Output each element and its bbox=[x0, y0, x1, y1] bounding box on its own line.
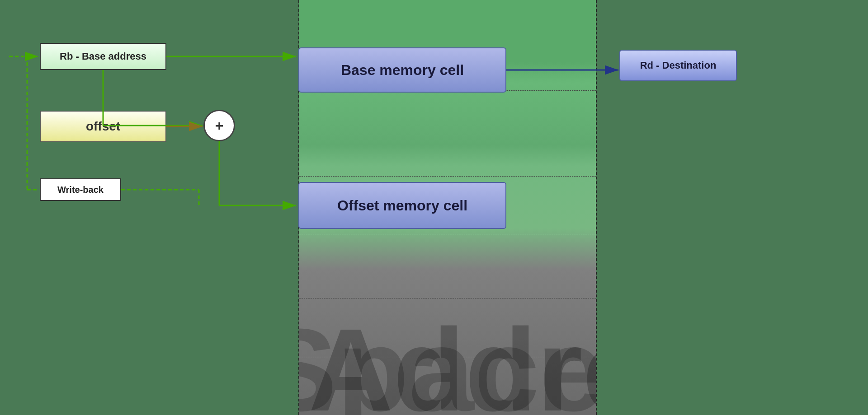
diagram-container: Rb - Base address offset Write-back + Ad… bbox=[0, 0, 868, 415]
rd-label: Rd - Destination bbox=[640, 60, 717, 71]
base-memory-cell-label: Base memory cell bbox=[341, 62, 464, 79]
watermark-space-text: Space bbox=[298, 311, 597, 415]
memory-row-divider-2 bbox=[299, 176, 596, 177]
memory-row-divider-5 bbox=[299, 357, 596, 357]
memory-row-divider-3 bbox=[299, 235, 596, 235]
plus-symbol: + bbox=[215, 117, 224, 134]
rb-label: Rb - Base address bbox=[60, 51, 146, 62]
offset-box: offset bbox=[40, 111, 166, 142]
offset-memory-cell-label: Offset memory cell bbox=[337, 197, 467, 214]
writeback-label: Write-back bbox=[57, 185, 104, 195]
rb-base-address-box: Rb - Base address bbox=[40, 43, 166, 70]
offset-label: offset bbox=[86, 119, 120, 134]
plus-adder-circle: + bbox=[203, 110, 235, 141]
offset-memory-cell-box: Offset memory cell bbox=[298, 182, 506, 229]
base-memory-cell-box: Base memory cell bbox=[298, 47, 506, 93]
memory-row-divider-4 bbox=[299, 298, 596, 298]
writeback-box: Write-back bbox=[40, 178, 121, 201]
rd-destination-box: Rd - Destination bbox=[619, 50, 737, 81]
